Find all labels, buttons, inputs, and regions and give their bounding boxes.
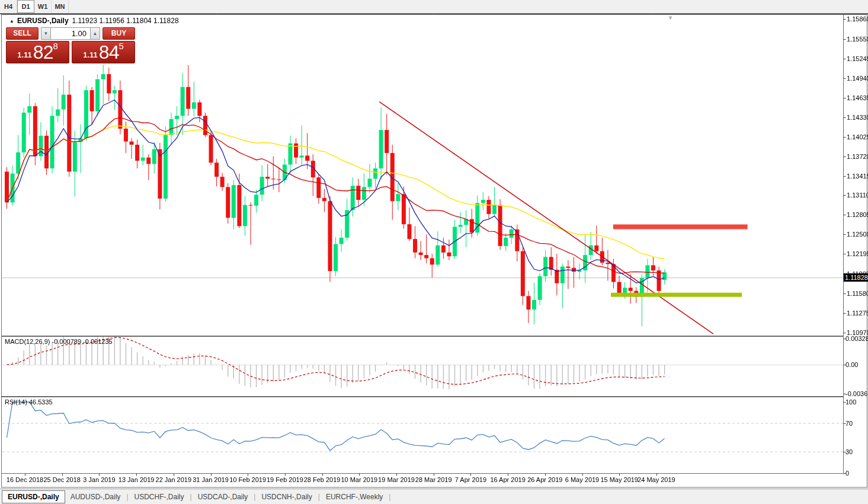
date-axis-label: 26 Apr 2019 (527, 476, 562, 483)
date-axis-label: 3 Jan 2019 (83, 476, 115, 483)
volume-down-icon[interactable]: ▼ (41, 27, 51, 40)
timeframe-button-d1[interactable]: D1 (17, 0, 34, 13)
price-axis-label: 1.13720 (847, 153, 868, 160)
tab-usdcnh-daily[interactable]: USDCNH-,Daily (256, 491, 317, 503)
macd-scale-label: 0.00 (845, 361, 858, 368)
price-axis-label: 1.14635 (847, 94, 868, 101)
timeframe-button-w1[interactable]: W1 (34, 0, 52, 13)
price-chart-canvas[interactable] (0, 0, 868, 504)
rsi-scale-label: 0 (845, 470, 849, 477)
rsi-scale-label: 70 (845, 420, 853, 427)
price-axis-label: 1.11580 (847, 290, 868, 297)
buy-price-main: 84 (99, 43, 119, 61)
price-axis-label: 1.13110 (847, 192, 868, 199)
date-axis-label: 19 Feb 2019 (267, 476, 303, 483)
price-axis-label: 1.14025 (847, 133, 868, 141)
tab-eurchf-weekly[interactable]: EURCHF-,Weekly (321, 491, 388, 503)
price-axis-label: 1.15245 (847, 55, 868, 62)
chart-ohlc-values: 1.11923 1.11956 1.11804 1.11828 (72, 17, 179, 25)
price-axis-label: 1.12500 (847, 231, 868, 238)
date-axis-label: 16 Dec 2018 (7, 476, 43, 483)
tab-eurusd-daily[interactable]: EURUSD-,Daily (2, 490, 65, 503)
sell-price-prefix: 1.11 (17, 49, 32, 61)
volume-stepper: ▼ 1.00 ▲ (41, 27, 100, 40)
price-axis-label: 1.14330 (847, 114, 868, 121)
buy-button[interactable]: BUY (103, 27, 135, 40)
sell-price-main: 82 (33, 43, 53, 61)
price-axis-label: 1.11275 (847, 310, 868, 317)
volume-input[interactable]: 1.00 (51, 27, 90, 40)
date-axis-label: 13 Jan 2019 (118, 476, 155, 483)
date-axis-label: 15 May 2019 (600, 476, 638, 483)
timeframe-button-mn[interactable]: MN (52, 0, 69, 13)
date-axis-label: 28 Feb 2019 (304, 476, 341, 483)
one-click-collapse-icon[interactable]: ▲ (9, 18, 14, 24)
price-axis-label: 1.15860 (847, 15, 868, 23)
date-axis-label: 22 Jan 2019 (156, 476, 192, 483)
tab-usdchf-daily[interactable]: USDCHF-,Daily (129, 491, 190, 503)
buy-price-prefix: 1.11 (83, 49, 98, 61)
rsi-label: RSI(14) 46.5335 (5, 398, 53, 406)
macd-label: MACD(12,26,9) -0.000789 -0.001235 (5, 338, 113, 345)
date-axis-label: 16 Apr 2019 (490, 476, 525, 483)
sell-price-display[interactable]: 1.11828 (6, 41, 69, 63)
buy-price-display[interactable]: 1.11845 (72, 41, 135, 63)
date-axis-label: 6 May 2019 (565, 476, 599, 483)
date-axis-label: 10 Mar 2019 (341, 476, 377, 483)
date-axis-label: 25 Dec 2018 (43, 476, 80, 483)
tab-separator: | (388, 493, 391, 501)
chart-symbol-label: EURUSD-,Daily (17, 17, 69, 25)
macd-scale-label: -0.003659 (845, 390, 868, 397)
date-axis-label: 7 Apr 2019 (455, 476, 486, 483)
buy-price-pip: 5 (118, 43, 123, 50)
price-axis-label: 1.13415 (847, 173, 868, 180)
volume-up-icon[interactable]: ▲ (90, 27, 100, 40)
date-axis-label: 10 Feb 2019 (229, 476, 266, 483)
date-axis-label: 24 May 2019 (638, 476, 675, 483)
timeframe-button-h4[interactable]: H4 (0, 0, 17, 13)
price-axis-label: 1.12805 (847, 211, 868, 218)
sell-price-pip: 8 (53, 43, 57, 50)
tab-usdcad-daily[interactable]: USDCAD-,Daily (193, 491, 254, 503)
price-axis-label: 1.15550 (847, 36, 868, 43)
rsi-scale-label: 30 (845, 448, 853, 455)
tab-audusd-daily[interactable]: AUDUSD-,Daily (65, 491, 126, 503)
macd-scale-label: 0.003287 (845, 335, 868, 342)
date-axis-label: 28 Mar 2019 (415, 476, 452, 483)
one-click-trading-panel: SELL ▼ 1.00 ▲ BUY 1.11828 1.11845 (6, 27, 135, 63)
date-axis-label: 31 Jan 2019 (193, 476, 229, 483)
price-axis-label: 1.14940 (847, 75, 868, 82)
timeframe-toolbar: H4D1W1MN (0, 0, 868, 14)
chart-shift-icon[interactable]: ▼ (668, 15, 673, 21)
chart-tabbar: EURUSD-,DailyAUDUSD-,Daily|USDCHF-,Daily… (0, 489, 868, 504)
rsi-scale-label: 100 (845, 398, 856, 406)
sell-button[interactable]: SELL (6, 27, 39, 40)
price-axis-label: 1.12195 (847, 250, 868, 257)
current-price-tag: 1.11828 (844, 273, 868, 282)
date-axis-label: 19 Mar 2019 (378, 476, 415, 483)
chart-title: ▲EURUSD-,Daily1.11923 1.11956 1.11804 1.… (9, 17, 179, 25)
